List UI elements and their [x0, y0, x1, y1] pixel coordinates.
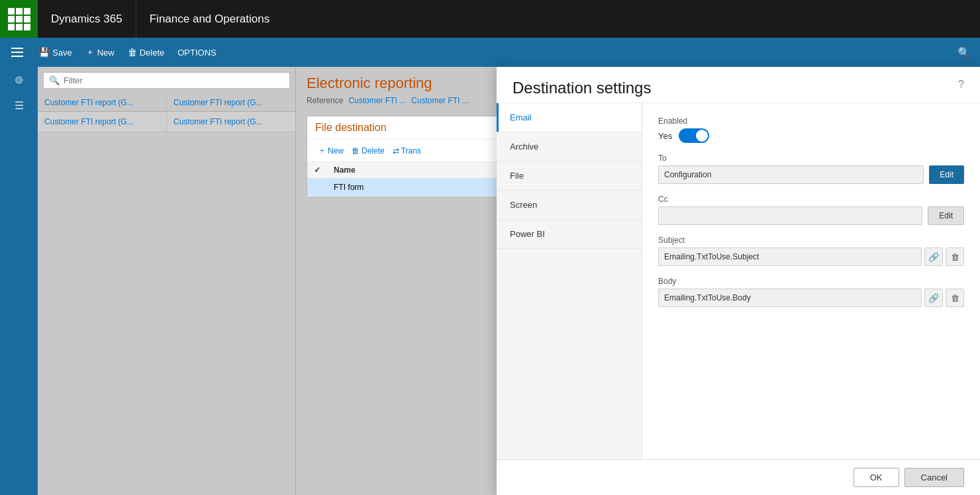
d365-title[interactable]: Dynamics 365 [38, 0, 136, 38]
fd-delete-icon: 🗑 [352, 146, 360, 156]
ref-label: Reference [307, 96, 343, 105]
save-button[interactable]: 💾 Save [33, 44, 77, 60]
enabled-label: Enabled [658, 116, 964, 126]
ok-button[interactable]: OK [854, 468, 899, 487]
cc-label: Cc [658, 195, 964, 204]
fd-new-icon: ＋ [318, 145, 326, 156]
fd-new-button[interactable]: ＋ New [315, 144, 346, 158]
subject-delete-button[interactable]: 🗑 [946, 248, 964, 266]
body-row: 🔗 🗑 [658, 289, 964, 307]
cc-edit-button[interactable]: Edit [928, 206, 964, 225]
fno-title[interactable]: Finance and Operations [136, 0, 283, 38]
grid-icon [8, 8, 30, 30]
nav-item-email[interactable]: Email [497, 103, 642, 132]
top-nav: Dynamics 365 Finance and Operations [0, 0, 980, 38]
cc-input[interactable] [658, 206, 922, 225]
sidebar-icons: ⊚ ☰ [0, 67, 38, 495]
enabled-field: Enabled Yes [658, 116, 964, 143]
to-row: Edit [658, 165, 964, 184]
main-layout: ⊚ ☰ 🔍 Customer FTI report (G... Customer… [0, 67, 980, 495]
to-edit-button[interactable]: Edit [929, 165, 964, 184]
toggle-row: Yes [658, 128, 964, 143]
to-label: To [658, 154, 964, 163]
row-check [307, 179, 327, 197]
delete-icon: 🗑 [128, 47, 137, 58]
filter-bar: 🔍 [43, 72, 290, 89]
destination-settings-panel: Destination settings ? Email Archive Fil… [497, 67, 980, 495]
list-col1-header[interactable]: Customer FTI report (G... [38, 94, 167, 111]
body-delete-button[interactable]: 🗑 [946, 289, 964, 307]
nav-item-powerbi[interactable]: Power BI [497, 220, 642, 249]
to-field: To Edit [658, 154, 964, 184]
hamburger-menu[interactable] [7, 42, 28, 63]
dest-nav: Email Archive File Screen Power BI [497, 103, 642, 459]
options-button[interactable]: OPTIONS [172, 45, 222, 60]
subject-field: Subject 🔗 🗑 [658, 236, 964, 266]
nav-item-screen[interactable]: Screen [497, 191, 642, 220]
body-link-button[interactable]: 🔗 [924, 289, 943, 307]
ref-val2[interactable]: Customer FTI ... [411, 96, 469, 105]
list-icon[interactable]: ☰ [15, 99, 24, 112]
fd-trans-button[interactable]: ⇄ Trans [390, 145, 424, 157]
list-header: Customer FTI report (G... Customer FTI r… [38, 94, 295, 112]
ref-val1[interactable]: Customer FTI ... [348, 96, 406, 105]
cancel-button[interactable]: Cancel [905, 468, 964, 487]
fd-delete-button[interactable]: 🗑 Delete [349, 145, 387, 157]
toolbar: 💾 Save ＋ New 🗑 Delete OPTIONS 🔍 [0, 38, 980, 67]
subject-link-button[interactable]: 🔗 [924, 248, 943, 266]
list-cell-1: Customer FTI report (G... [38, 112, 167, 132]
list-cell-2: Customer FTI report (G... [167, 112, 295, 132]
yes-label: Yes [658, 131, 672, 141]
filter-search-icon: 🔍 [49, 75, 60, 85]
subject-row: 🔗 🗑 [658, 248, 964, 266]
delete-button[interactable]: 🗑 Delete [122, 44, 170, 60]
body-input[interactable] [658, 289, 922, 307]
dest-config: Enabled Yes To Edit [642, 103, 980, 459]
list-col2-header[interactable]: Customer FTI report (G... [167, 94, 295, 111]
enabled-toggle[interactable] [679, 128, 709, 143]
cc-row: Edit [658, 206, 964, 225]
list-row[interactable]: Customer FTI report (G... Customer FTI r… [38, 112, 295, 132]
help-icon[interactable]: ? [958, 79, 964, 91]
toggle-knob [696, 130, 708, 142]
dest-panel-title: Destination settings [513, 79, 651, 97]
body-field: Body 🔗 🗑 [658, 277, 964, 307]
check-col-header: ✓ [307, 162, 327, 179]
new-button[interactable]: ＋ New [80, 44, 120, 61]
dest-panel-header: Destination settings ? [497, 67, 980, 103]
fd-trans-icon: ⇄ [393, 146, 399, 156]
to-input[interactable] [658, 165, 924, 184]
save-icon: 💾 [38, 47, 50, 58]
subject-input[interactable] [658, 248, 922, 266]
cc-field: Cc Edit [658, 195, 964, 225]
nav-item-archive[interactable]: Archive [497, 132, 642, 161]
dest-panel-footer: OK Cancel [497, 459, 980, 495]
body-label: Body [658, 277, 964, 286]
filter-icon[interactable]: ⊚ [15, 73, 23, 86]
dest-panel-body: Email Archive File Screen Power BI Enabl… [497, 103, 980, 459]
list-panel: 🔍 Customer FTI report (G... Customer FTI… [38, 67, 296, 495]
search-button[interactable]: 🔍 [955, 43, 973, 62]
new-icon: ＋ [85, 46, 95, 58]
app-grid-button[interactable] [0, 0, 38, 38]
subject-label: Subject [658, 236, 964, 245]
nav-item-file[interactable]: File [497, 161, 642, 191]
filter-input[interactable] [64, 75, 284, 85]
